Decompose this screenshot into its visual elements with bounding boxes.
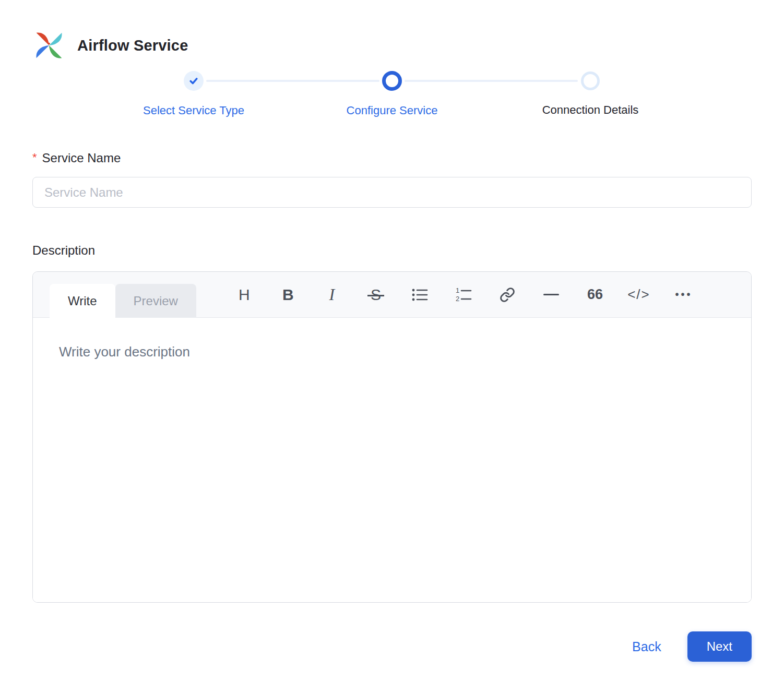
service-name-input[interactable] bbox=[32, 177, 752, 208]
back-button[interactable]: Back bbox=[632, 639, 661, 654]
svg-text:1: 1 bbox=[456, 286, 459, 294]
configure-service-page: Airflow Service Select Service Type Conf… bbox=[0, 0, 784, 662]
step-configure-service[interactable]: Configure Service bbox=[293, 71, 491, 117]
step-pending-dot bbox=[581, 71, 600, 90]
step-completed-dot bbox=[184, 71, 204, 91]
italic-button[interactable]: I bbox=[310, 272, 354, 317]
next-button[interactable]: Next bbox=[687, 631, 752, 662]
service-name-label-text: Service Name bbox=[42, 151, 121, 165]
code-icon: </> bbox=[627, 286, 650, 303]
bold-button[interactable]: B bbox=[266, 272, 310, 317]
step-active-dot bbox=[382, 71, 402, 91]
svg-text:2: 2 bbox=[456, 295, 459, 303]
airflow-pinwheel-icon bbox=[32, 30, 66, 61]
editor-body bbox=[33, 318, 751, 602]
italic-icon: I bbox=[329, 285, 335, 304]
link-button[interactable] bbox=[485, 272, 529, 317]
description-input[interactable] bbox=[33, 318, 751, 602]
tab-preview[interactable]: Preview bbox=[115, 284, 196, 318]
quote-button[interactable]: 66 bbox=[573, 272, 617, 317]
unordered-list-button[interactable] bbox=[398, 272, 442, 317]
horizontal-rule-icon bbox=[543, 294, 559, 295]
step-label: Configure Service bbox=[347, 104, 438, 117]
more-button[interactable]: ••• bbox=[661, 272, 705, 317]
heading-icon: H bbox=[239, 286, 250, 304]
editor-header: Write Preview H B I S bbox=[33, 272, 751, 318]
wizard-stepper: Select Service Type Configure Service Co… bbox=[94, 71, 690, 117]
page-header: Airflow Service bbox=[32, 30, 752, 61]
step-label: Connection Details bbox=[542, 103, 639, 117]
quote-icon: 66 bbox=[587, 286, 603, 303]
description-label: Description bbox=[32, 243, 752, 258]
step-connection-details[interactable]: Connection Details bbox=[491, 71, 690, 117]
wizard-footer: Back Next bbox=[32, 631, 752, 662]
service-name-label: * Service Name bbox=[32, 151, 752, 165]
tab-write[interactable]: Write bbox=[50, 284, 115, 318]
ordered-list-icon: 1 2 bbox=[455, 286, 472, 304]
check-icon bbox=[188, 76, 199, 86]
step-label: Select Service Type bbox=[143, 104, 244, 117]
strikethrough-icon: S bbox=[371, 286, 381, 304]
code-button[interactable]: </> bbox=[617, 272, 661, 317]
editor-toolbar: H B I S bbox=[222, 272, 705, 317]
description-markdown-editor: Write Preview H B I S bbox=[32, 271, 752, 603]
strikethrough-button[interactable]: S bbox=[354, 272, 398, 317]
bold-icon: B bbox=[282, 286, 294, 304]
step-select-service-type[interactable]: Select Service Type bbox=[94, 71, 293, 117]
heading-button[interactable]: H bbox=[222, 272, 266, 317]
unordered-list-icon bbox=[411, 286, 429, 304]
link-icon bbox=[500, 287, 515, 303]
required-marker: * bbox=[32, 151, 37, 164]
editor-tabs: Write Preview bbox=[50, 284, 196, 318]
page-title: Airflow Service bbox=[77, 37, 188, 54]
more-icon: ••• bbox=[673, 289, 692, 301]
horizontal-rule-button[interactable] bbox=[529, 272, 573, 317]
ordered-list-button[interactable]: 1 2 bbox=[442, 272, 485, 317]
